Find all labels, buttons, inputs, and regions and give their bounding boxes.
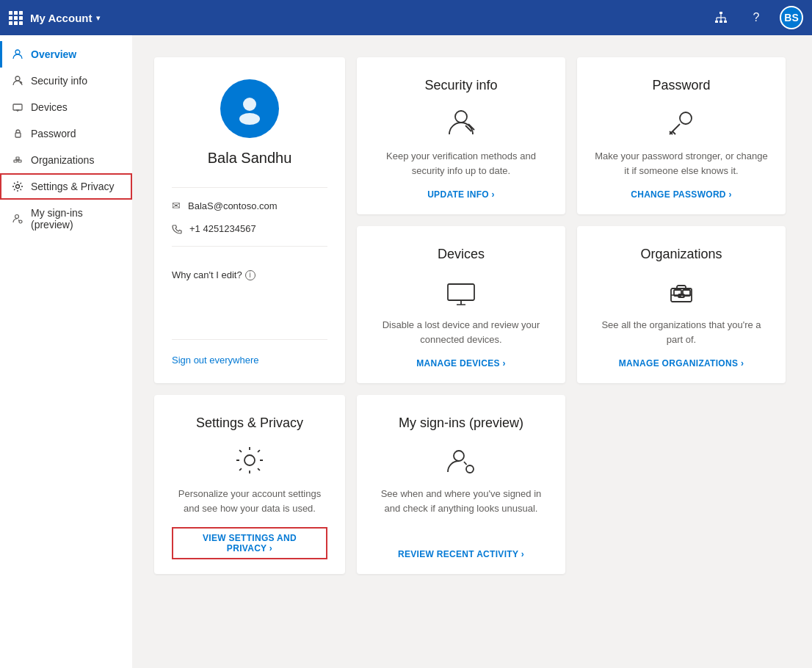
- devices-card: Devices Disable a lost device and review…: [357, 226, 565, 383]
- help-circle-icon: i: [245, 270, 255, 280]
- organizations-icon-display: [664, 274, 699, 309]
- profile-name: Bala Sandhu: [208, 150, 292, 167]
- organizations-card: Organizations See all the organizations …: [577, 226, 786, 383]
- sidebar-security-label: Security info: [31, 75, 87, 87]
- svg-point-23: [15, 215, 19, 219]
- svg-rect-32: [448, 284, 474, 300]
- topbar-right: ? BS: [709, 6, 803, 29]
- main-content: Bala Sandhu ✉ BalaS@contoso.com +1 42512…: [132, 35, 812, 668]
- sidebar-item-overview[interactable]: Overview: [0, 41, 132, 68]
- organizations-icon: [12, 154, 23, 166]
- app-launcher-icon[interactable]: [9, 11, 23, 25]
- profile-avatar: [220, 79, 279, 138]
- security-icon: [12, 75, 23, 87]
- settings-privacy-description: Personalize your account settings and se…: [172, 487, 327, 515]
- my-signins-description: See when and where you've signed in and …: [374, 487, 548, 537]
- password-title: Password: [652, 78, 710, 93]
- profile-email: BalaS@contoso.com: [188, 200, 278, 211]
- svg-point-28: [680, 112, 692, 124]
- profile-email-row: ✉ BalaS@contoso.com: [172, 194, 327, 217]
- devices-description: Disable a lost device and review your co…: [374, 318, 548, 346]
- sidebar-password-label: Password: [31, 128, 76, 139]
- my-signins-card: My sign-ins (preview) See when and where…: [357, 395, 565, 574]
- my-signins-title: My sign-ins (preview): [399, 415, 523, 431]
- svg-point-42: [454, 451, 464, 461]
- svg-rect-14: [15, 133, 21, 137]
- sidebar-item-organizations[interactable]: Organizations: [0, 147, 132, 173]
- page-layout: Overview Security info: [0, 35, 812, 668]
- sidebar-item-password[interactable]: Password: [0, 120, 132, 147]
- sidebar-settings-label: Settings & Privacy: [31, 181, 115, 192]
- svg-point-41: [244, 455, 255, 465]
- title-chevron-icon: ▾: [96, 14, 100, 22]
- devices-title: Devices: [438, 247, 485, 262]
- password-icon: [12, 128, 23, 139]
- svg-point-22: [16, 185, 20, 189]
- password-icon-display: [664, 105, 699, 140]
- sidebar: Overview Security info: [0, 35, 132, 668]
- my-signins-icon-display: [443, 443, 479, 478]
- help-button[interactable]: ?: [744, 6, 768, 29]
- sidebar-item-devices[interactable]: Devices: [0, 94, 132, 120]
- topbar-left: My Account ▾: [9, 11, 100, 25]
- profile-divider-bot: [172, 339, 327, 340]
- svg-point-25: [243, 98, 256, 111]
- password-link[interactable]: CHANGE PASSWORD ›: [631, 189, 732, 200]
- svg-rect-3: [724, 21, 727, 23]
- sidebar-item-settings-privacy[interactable]: Settings & Privacy: [0, 173, 132, 200]
- devices-icon: [12, 101, 23, 113]
- svg-rect-17: [16, 157, 19, 159]
- devices-link[interactable]: MANAGE DEVICES ›: [416, 358, 505, 369]
- profile-phone: +1 4251234567: [189, 223, 256, 234]
- my-signins-link[interactable]: REVIEW RECENT ACTIVITY ›: [398, 549, 524, 559]
- sidebar-overview-label: Overview: [31, 48, 76, 60]
- org-topology-button[interactable]: [709, 6, 733, 29]
- svg-point-43: [466, 465, 474, 473]
- topbar-title[interactable]: My Account ▾: [30, 12, 100, 24]
- svg-rect-11: [13, 104, 22, 110]
- svg-point-9: [15, 50, 20, 54]
- svg-point-10: [15, 76, 20, 81]
- phone-icon: [172, 224, 182, 234]
- overview-icon: [12, 48, 23, 60]
- settings-privacy-icon-display: [232, 443, 267, 478]
- settings-privacy-title: Settings & Privacy: [196, 415, 303, 431]
- sidebar-item-my-signins[interactable]: My sign-ins (preview): [0, 200, 132, 238]
- profile-phone-row: +1 4251234567: [172, 217, 327, 240]
- signins-icon: [12, 213, 23, 225]
- security-info-description: Keep your verification methods and secur…: [374, 149, 548, 178]
- profile-divider-mid: [172, 246, 327, 247]
- why-edit-text: Why can't I edit?: [172, 269, 242, 280]
- password-description: Make your password stronger, or change i…: [595, 149, 768, 178]
- organizations-title: Organizations: [640, 247, 722, 262]
- app-name-label: My Account: [30, 12, 92, 24]
- sidebar-devices-label: Devices: [31, 101, 68, 113]
- svg-point-26: [239, 113, 260, 125]
- svg-point-27: [455, 111, 467, 123]
- security-info-card: Security info Keep your verification met…: [357, 57, 565, 214]
- settings-privacy-link-btn[interactable]: VIEW SETTINGS AND PRIVACY ›: [172, 527, 327, 559]
- why-edit-row[interactable]: Why can't I edit? i: [172, 269, 327, 280]
- cards-grid: Bala Sandhu ✉ BalaS@contoso.com +1 42512…: [154, 57, 786, 574]
- svg-rect-0: [719, 12, 722, 14]
- organizations-link[interactable]: MANAGE ORGANIZATIONS ›: [619, 358, 744, 369]
- sidebar-item-security-info[interactable]: Security info: [0, 68, 132, 94]
- svg-rect-2: [719, 21, 722, 23]
- email-icon: ✉: [172, 200, 181, 211]
- sidebar-organizations-label: Organizations: [31, 154, 94, 166]
- profile-card: Bala Sandhu ✉ BalaS@contoso.com +1 42512…: [154, 57, 345, 383]
- user-avatar-button[interactable]: BS: [780, 6, 803, 29]
- settings-privacy-link-text: VIEW SETTINGS AND PRIVACY ›: [182, 533, 317, 553]
- security-info-link[interactable]: UPDATE INFO ›: [427, 189, 495, 200]
- sign-out-link[interactable]: Sign out everywhere: [172, 355, 259, 366]
- sidebar-signins-label: My sign-ins (preview): [31, 207, 120, 230]
- security-info-title: Security info: [424, 78, 497, 93]
- svg-rect-1: [715, 21, 718, 23]
- settings-icon: [12, 181, 23, 192]
- topbar: My Account ▾ ? BS: [0, 0, 812, 35]
- organizations-description: See all the organizations that you're a …: [595, 318, 768, 346]
- password-card: Password Make your password stronger, or…: [577, 57, 786, 214]
- security-info-icon: [443, 105, 479, 140]
- settings-privacy-card: Settings & Privacy Personalize your acco…: [154, 395, 345, 574]
- profile-divider-top: [172, 187, 327, 188]
